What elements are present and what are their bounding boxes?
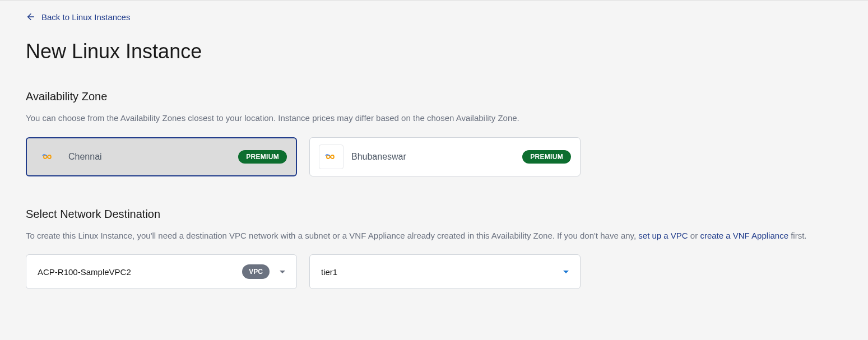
premium-badge: PREMIUM xyxy=(522,150,571,164)
vpc-select[interactable]: ACP-R100-SampleVPC2 VPC xyxy=(26,254,297,289)
vpc-select-value: ACP-R100-SampleVPC2 xyxy=(38,267,131,277)
chevron-down-icon xyxy=(563,271,569,273)
infinity-cloud-icon xyxy=(322,148,340,166)
page-title: New Linux Instance xyxy=(26,40,842,63)
zone-name: Chennai xyxy=(68,152,102,162)
desc-text: first. xyxy=(788,231,807,240)
vpc-pill: VPC xyxy=(242,264,270,279)
zone-card-bhubaneswar[interactable]: Bhubaneswar PREMIUM xyxy=(309,137,581,176)
back-link[interactable]: Back to Linux Instances xyxy=(26,12,130,22)
availability-zone-description: You can choose from the Availability Zon… xyxy=(26,112,842,125)
network-destination-title: Select Network Destination xyxy=(26,208,842,221)
setup-vpc-link[interactable]: set up a VPC xyxy=(638,231,688,240)
availability-zone-title: Availability Zone xyxy=(26,90,842,103)
desc-text: or xyxy=(688,231,700,240)
desc-text: To create this Linux Instance, you'll ne… xyxy=(26,231,638,240)
chevron-down-icon xyxy=(280,271,285,273)
tier-select[interactable]: tier1 xyxy=(309,254,581,289)
zone-name: Bhubaneswar xyxy=(351,152,406,162)
tier-select-value: tier1 xyxy=(321,267,337,277)
create-vnf-link[interactable]: create a VNF Appliance xyxy=(700,231,788,240)
network-destination-description: To create this Linux Instance, you'll ne… xyxy=(26,230,842,243)
back-link-label: Back to Linux Instances xyxy=(41,12,130,22)
zone-cards: Chennai PREMIUM Bhubaneswar PREMIUM xyxy=(26,137,842,176)
arrow-left-icon xyxy=(26,12,36,22)
infinity-cloud-icon xyxy=(39,148,57,166)
network-selectors: ACP-R100-SampleVPC2 VPC tier1 xyxy=(26,254,842,289)
zone-card-chennai[interactable]: Chennai PREMIUM xyxy=(26,137,297,176)
premium-badge: PREMIUM xyxy=(238,150,287,164)
